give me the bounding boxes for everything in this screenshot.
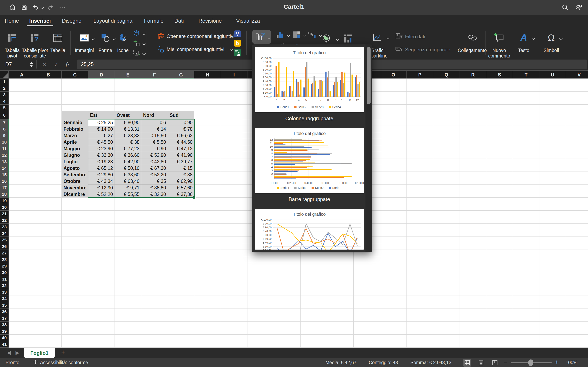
row-header-20[interactable]: 20: [0, 204, 9, 211]
row-header-38[interactable]: 38: [0, 322, 9, 328]
tab-home[interactable]: Home: [5, 18, 19, 24]
row-header-14[interactable]: 14: [0, 165, 9, 171]
tab-revisione[interactable]: Revisione: [199, 18, 222, 24]
timeline-button[interactable]: Sequenza temporale: [405, 47, 450, 53]
chevron-down-icon[interactable]: [532, 37, 535, 40]
row-header-29[interactable]: 29: [0, 263, 9, 269]
select-all-corner[interactable]: [0, 71, 9, 78]
namebox-down-icon[interactable]: [30, 65, 33, 67]
row-header-23[interactable]: 23: [0, 224, 9, 230]
chevron-down-icon[interactable]: [304, 33, 306, 37]
row-header-17[interactable]: 17: [0, 184, 9, 191]
tab-formule[interactable]: Formule: [144, 18, 163, 24]
row-header-5[interactable]: 5: [0, 105, 9, 111]
column-header-D[interactable]: D: [88, 71, 115, 78]
column-header-S[interactable]: S: [486, 71, 513, 78]
row-header-13[interactable]: 13: [0, 158, 9, 165]
row-header-3[interactable]: 3: [0, 92, 9, 98]
row-header-21[interactable]: 21: [0, 211, 9, 217]
page-layout-view-icon[interactable]: [477, 359, 485, 367]
row-header-33[interactable]: 33: [0, 289, 9, 295]
popup-scrollbar-thumb[interactable]: [367, 47, 371, 104]
chevron-down-icon[interactable]: [143, 42, 145, 46]
cancel-icon[interactable]: ✕: [42, 58, 47, 71]
selection-fill-handle[interactable]: [193, 196, 196, 199]
zoom-slider-thumb[interactable]: [528, 359, 533, 366]
row-header-34[interactable]: 34: [0, 295, 9, 302]
normal-view-icon[interactable]: [463, 359, 471, 367]
column-header-C[interactable]: C: [62, 71, 88, 78]
row-header-32[interactable]: 32: [0, 282, 9, 289]
namebox-up-icon[interactable]: [30, 62, 33, 64]
row-header-40[interactable]: 40: [0, 334, 9, 341]
tab-inserisci[interactable]: Inserisci: [29, 18, 51, 24]
column-header-P[interactable]: P: [407, 71, 433, 78]
row-header-12[interactable]: 12: [0, 152, 9, 158]
row-header-1[interactable]: 1: [0, 78, 9, 85]
row-header-15[interactable]: 15: [0, 171, 9, 178]
column-header-B[interactable]: B: [35, 71, 62, 78]
chevron-down-icon[interactable]: [560, 37, 562, 40]
row-header-27[interactable]: 27: [0, 250, 9, 256]
row-header-8[interactable]: 8: [0, 126, 9, 132]
chevron-down-icon[interactable]: [268, 36, 270, 40]
chevron-down-icon[interactable]: [230, 48, 233, 51]
column-header-I[interactable]: I: [221, 71, 247, 78]
confirm-icon[interactable]: ✓: [54, 58, 59, 71]
chart-option-lines[interactable]: Titolo del grafico€ 0,00€ 10,00€ 20,00€ …: [255, 209, 364, 250]
zoom-out-button[interactable]: −: [503, 359, 507, 366]
column-header-V[interactable]: V: [566, 71, 588, 78]
row-header-2[interactable]: 2: [0, 85, 9, 92]
chevron-down-icon[interactable]: [337, 38, 339, 41]
row-header-6[interactable]: 6: [0, 111, 9, 119]
zoom-in-button[interactable]: +: [555, 359, 559, 366]
column-header-O[interactable]: O: [380, 71, 407, 78]
tab-visualizza[interactable]: Visualizza: [236, 18, 260, 24]
row-header-10[interactable]: 10: [0, 139, 9, 145]
save-icon[interactable]: [20, 3, 29, 12]
row-header-7[interactable]: 7: [0, 119, 9, 126]
column-header-Q[interactable]: Q: [433, 71, 460, 78]
column-header-R[interactable]: R: [460, 71, 486, 78]
row-header-30[interactable]: 30: [0, 269, 9, 276]
column-header-G[interactable]: G: [168, 71, 194, 78]
sheet-next-icon[interactable]: ▶: [16, 350, 19, 356]
accessibility-status[interactable]: Accessibilità: conforme: [40, 360, 88, 365]
tab-layout-di-pagina[interactable]: Layout di pagina: [94, 18, 132, 24]
row-header-9[interactable]: 9: [0, 132, 9, 139]
fx-icon[interactable]: fx: [66, 58, 70, 71]
column-header-T[interactable]: T: [513, 71, 539, 78]
row-header-18[interactable]: 18: [0, 191, 9, 198]
tab-dati[interactable]: Dati: [174, 18, 184, 24]
name-box[interactable]: D7: [0, 58, 36, 71]
chart-option-clustered-bars[interactable]: Titolo del grafico€ 0,00€ 20,00€ 40,00€ …: [255, 128, 364, 193]
row-header-39[interactable]: 39: [0, 328, 9, 334]
people-chat-icon[interactable]: [574, 3, 583, 12]
row-header-19[interactable]: 19: [0, 198, 9, 204]
search-icon[interactable]: [561, 3, 570, 12]
row-header-41[interactable]: 41: [0, 341, 9, 348]
row-header-16[interactable]: 16: [0, 178, 9, 184]
chevron-down-icon[interactable]: [387, 36, 389, 40]
get-add-ins-button[interactable]: Ottenere componenti aggiuntivi: [167, 33, 234, 39]
chart-option-clustered-columns[interactable]: Titolo del grafico€ 0,00€ 10,00€ 20,00€ …: [255, 47, 364, 112]
row-header-22[interactable]: 22: [0, 217, 9, 224]
sheet-prev-icon[interactable]: ◀: [7, 350, 11, 356]
chevron-down-icon[interactable]: [287, 33, 290, 37]
row-header-37[interactable]: 37: [0, 315, 9, 322]
column-header-H[interactable]: H: [194, 71, 221, 78]
row-header-31[interactable]: 31: [0, 276, 9, 282]
row-header-24[interactable]: 24: [0, 230, 9, 237]
undo-icon[interactable]: [31, 3, 40, 12]
my-add-ins-button[interactable]: Miei componenti aggiuntivi: [167, 47, 224, 52]
more-icon[interactable]: [58, 3, 67, 12]
row-header-4[interactable]: 4: [0, 98, 9, 105]
sheet-tab-foglio1[interactable]: Foglio1: [24, 348, 55, 358]
chevron-down-icon[interactable]: [143, 32, 145, 36]
redo-icon[interactable]: [46, 3, 55, 12]
home-icon[interactable]: [8, 3, 17, 12]
row-header-11[interactable]: 11: [0, 145, 9, 152]
page-break-view-icon[interactable]: [491, 359, 499, 367]
row-header-25[interactable]: 25: [0, 237, 9, 243]
row-header-35[interactable]: 35: [0, 302, 9, 309]
